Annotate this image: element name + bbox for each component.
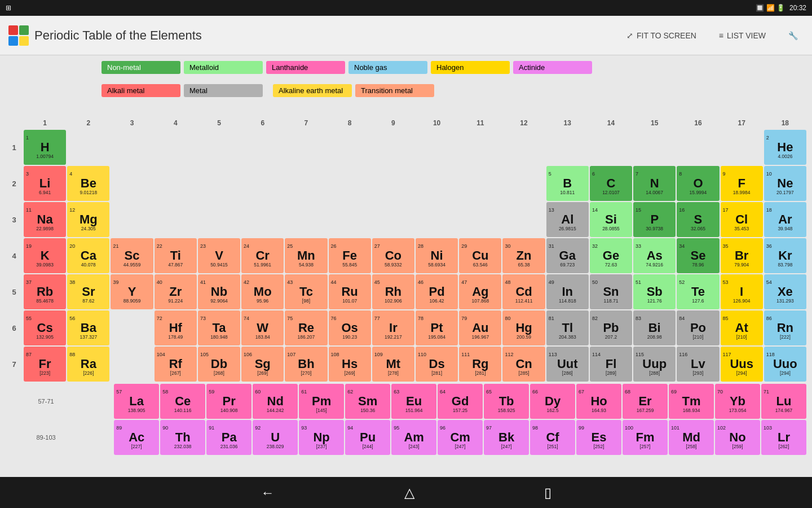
element-Ta[interactable]: 73 Ta 180.948 (198, 310, 240, 345)
element-Mt[interactable]: 109 Mt [278] (372, 347, 414, 382)
element-Ru[interactable]: 44 Ru 101.07 (329, 274, 371, 309)
element-Ni[interactable]: 28 Ni 58.6934 (416, 238, 458, 273)
element-Pt[interactable]: 78 Pt 195.084 (416, 310, 458, 345)
element-Ne[interactable]: 10 Ne 20.1797 (764, 166, 806, 201)
element-Lu[interactable]: 71 Lu 174.967 (761, 384, 806, 419)
element-Tb[interactable]: 65 Tb 158.925 (484, 384, 529, 419)
element-Mo[interactable]: 42 Mo 95.96 (241, 274, 284, 309)
element-Os[interactable]: 76 Os 190.23 (329, 310, 371, 345)
element-Ds[interactable]: 110 Ds [281] (416, 347, 458, 382)
element-Ga[interactable]: 31 Ga 69.723 (546, 238, 589, 273)
element-K[interactable]: 19 K 39.0983 (24, 238, 66, 273)
element-Po[interactable]: 84 Po [210] (677, 310, 719, 345)
element-Zn[interactable]: 30 Zn 65.38 (502, 238, 545, 273)
element-O[interactable]: 8 O 15.9994 (677, 166, 719, 201)
element-Au[interactable]: 79 Au 196.967 (459, 310, 501, 345)
list-view-button[interactable]: ≡ LIST VIEW (713, 28, 771, 43)
element-Db[interactable]: 105 Db [268] (198, 347, 240, 382)
element-Rg[interactable]: 111 Rg [281] (459, 347, 501, 382)
element-Ar[interactable]: 18 Ar 39.948 (764, 202, 806, 237)
element-Er[interactable]: 68 Er 167.259 (623, 384, 668, 419)
element-Pr[interactable]: 59 Pr 140.908 (206, 384, 251, 419)
element-C[interactable]: 6 C 12.0107 (590, 166, 632, 201)
element-Cm[interactable]: 96 Cm [247] (438, 420, 483, 455)
element-Nd[interactable]: 60 Nd 144.242 (253, 384, 298, 419)
element-In[interactable]: 49 In 114.818 (546, 274, 589, 309)
element-Eu[interactable]: 63 Eu 151.964 (391, 384, 436, 419)
element-Pa[interactable]: 91 Pa 231.036 (206, 420, 251, 455)
element-Rh[interactable]: 45 Rh 102.906 (372, 274, 414, 309)
element-Bh[interactable]: 107 Bh [270] (285, 347, 327, 382)
back-button[interactable]: ← (253, 482, 283, 503)
fit-screen-button[interactable]: ⤢ FIT TO SCREEN (621, 28, 702, 43)
element-Zr[interactable]: 40 Zr 91.224 (155, 274, 197, 309)
element-Nb[interactable]: 41 Nb 92.9064 (198, 274, 240, 309)
element-Np[interactable]: 93 Np [237] (299, 420, 344, 455)
element-Be[interactable]: 4 Be 9.01218 (67, 166, 109, 201)
element-Co[interactable]: 27 Co 58.9332 (372, 238, 414, 273)
element-Se[interactable]: 34 Se 78.96 (677, 238, 719, 273)
element-Ac[interactable]: 89 Ac [227] (114, 420, 159, 455)
element-Sc[interactable]: 21 Sc 44.9559 (111, 238, 153, 273)
element-Uut[interactable]: 113 Uut [286] (546, 347, 589, 382)
element-La[interactable]: 57 La 138.905 (114, 384, 159, 419)
element-Xe[interactable]: 54 Xe 131.293 (764, 274, 806, 309)
element-Rf[interactable]: 104 Rf [267] (155, 347, 197, 382)
element-Ho[interactable]: 67 Ho 164.93 (576, 384, 621, 419)
element-No[interactable]: 102 No [259] (715, 420, 760, 455)
element-Dy[interactable]: 66 Dy 162.5 (530, 384, 575, 419)
element-Gd[interactable]: 64 Gd 157.25 (438, 384, 483, 419)
element-Sr[interactable]: 38 Sr 87.62 (67, 274, 109, 309)
element-W[interactable]: 74 W 183.84 (241, 310, 284, 345)
element-Mn[interactable]: 25 Mn 54.938 (285, 238, 327, 273)
element-V[interactable]: 23 V 50.9415 (198, 238, 240, 273)
element-Fm[interactable]: 100 Fm [257] (623, 420, 668, 455)
element-Es[interactable]: 99 Es [252] (576, 420, 621, 455)
element-Ag[interactable]: 47 Ag 107.868 (459, 274, 501, 309)
element-Fe[interactable]: 26 Fe 55.845 (329, 238, 371, 273)
element-Hf[interactable]: 72 Hf 178.49 (155, 310, 197, 345)
element-Re[interactable]: 75 Re 186.207 (285, 310, 327, 345)
element-Sm[interactable]: 62 Sm 150.36 (345, 384, 390, 419)
element-Ce[interactable]: 58 Ce 140.116 (160, 384, 205, 419)
element-Rn[interactable]: 86 Rn [222] (764, 310, 806, 345)
element-Lr[interactable]: 103 Lr [262] (761, 420, 806, 455)
element-He[interactable]: 2 He 4.0026 (764, 130, 806, 165)
element-Pm[interactable]: 61 Pm [145] (299, 384, 344, 419)
home-button[interactable]: △ (396, 482, 423, 503)
element-U[interactable]: 92 U 238.029 (253, 420, 298, 455)
element-N[interactable]: 7 N 14.0067 (633, 166, 676, 201)
element-S[interactable]: 16 S 32.065 (677, 202, 719, 237)
element-Y[interactable]: 39 Y 88.9059 (111, 274, 153, 309)
element-Ti[interactable]: 22 Ti 47.867 (155, 238, 197, 273)
element-Cr[interactable]: 24 Cr 51.9961 (241, 238, 284, 273)
element-Br[interactable]: 35 Br 79.904 (721, 238, 763, 273)
element-Am[interactable]: 95 Am [243] (391, 420, 436, 455)
element-H[interactable]: 1 H 1.00794 (24, 130, 66, 165)
element-Cs[interactable]: 55 Cs 132.905 (24, 310, 66, 345)
element-Na[interactable]: 11 Na 22.9898 (24, 202, 66, 237)
element-Mg[interactable]: 12 Mg 24.305 (67, 202, 109, 237)
recent-button[interactable]: ▯ (536, 482, 560, 503)
element-Ra[interactable]: 88 Ra [226] (67, 347, 109, 382)
element-Yb[interactable]: 70 Yb 173.054 (715, 384, 760, 419)
element-Pb[interactable]: 82 Pb 207.2 (590, 310, 632, 345)
element-Tc[interactable]: 43 Tc [98] (285, 274, 327, 309)
element-Al[interactable]: 13 Al 26.9815 (546, 202, 589, 237)
element-Pd[interactable]: 46 Pd 106.42 (416, 274, 458, 309)
element-Bk[interactable]: 97 Bk [247] (484, 420, 529, 455)
settings-button[interactable]: 🔧 (783, 28, 804, 43)
element-Ca[interactable]: 20 Ca 40.078 (67, 238, 109, 273)
element-Rb[interactable]: 37 Rb 85.4678 (24, 274, 66, 309)
element-Sb[interactable]: 51 Sb 121.76 (633, 274, 676, 309)
element-Md[interactable]: 101 Md [258] (669, 420, 714, 455)
element-Sg[interactable]: 106 Sg [269] (241, 347, 284, 382)
element-Si[interactable]: 14 Si 28.0855 (590, 202, 632, 237)
element-Cf[interactable]: 98 Cf [251] (530, 420, 575, 455)
element-Pu[interactable]: 94 Pu [244] (345, 420, 390, 455)
element-Cn[interactable]: 112 Cn [285] (502, 347, 545, 382)
element-Sn[interactable]: 50 Sn 118.71 (590, 274, 632, 309)
element-Th[interactable]: 90 Th 232.038 (160, 420, 205, 455)
element-B[interactable]: 5 B 10.811 (546, 166, 589, 201)
element-Kr[interactable]: 36 Kr 83.798 (764, 238, 806, 273)
